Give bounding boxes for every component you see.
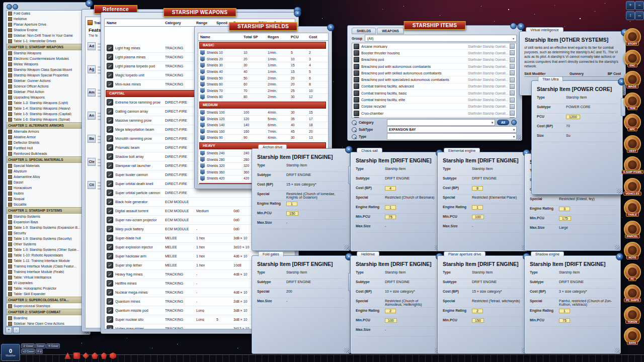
sidebar-button-data[interactable]: DATA — [621, 327, 644, 349]
nav-item[interactable]: Siccatite — [7, 202, 87, 207]
pan-vertical-icon[interactable]: ↕ — [626, 11, 635, 20]
nav-item[interactable]: Boarding — [7, 315, 87, 321]
nav-item[interactable]: Fold Gates — [7, 11, 87, 16]
nav-item[interactable]: Shadow Engine — [7, 27, 87, 33]
nav-section-header[interactable]: CHAPTER 1: SPECIAL MATERIALS — [7, 156, 87, 163]
nav-item[interactable]: Noqual — [7, 196, 87, 202]
window-tab[interactable]: Titan Ultra — [538, 76, 563, 81]
item-link-button[interactable] — [510, 98, 515, 103]
modifier-button[interactable]: F d — [36, 349, 43, 354]
window-tab[interactable]: Shadow engine — [531, 251, 564, 256]
field-value-box[interactable]: 100 — [472, 215, 484, 219]
nav-item[interactable]: Alternate Armors — [7, 129, 87, 134]
nav-item[interactable]: Ablative Armor — [7, 134, 87, 140]
nav-item[interactable]: Starship Weapon Special Properties — [7, 72, 87, 78]
item-link-button[interactable] — [510, 57, 515, 62]
nav-section-header[interactable]: CHAPTER 1: STARSHIP SYSTEMS — [7, 207, 87, 214]
window-tab[interactable]: Elemental engine — [444, 148, 480, 153]
nav-item[interactable]: Table 1-3: Starship Weapons (Light) — [7, 100, 87, 106]
field-value-box[interactable]: 75 — [559, 318, 570, 323]
col-bp-cost[interactable]: BP Cost — [608, 72, 621, 75]
field-value-box[interactable]: 2 — [472, 309, 483, 313]
pin-icon[interactable] — [510, 23, 517, 29]
shield-row[interactable]: Shields 10101/min.52 — [198, 50, 328, 56]
window-title-ribbon[interactable]: STARSHIP ITEMS — [404, 21, 466, 30]
resize-grip[interactable] — [615, 348, 620, 353]
nav-item[interactable]: Table 1-1: Interstellar Drives — [7, 38, 87, 44]
window-tab[interactable]: Archon drive — [258, 144, 287, 149]
resize-grip[interactable] — [615, 245, 620, 250]
nav-item[interactable]: Deflector Shields — [7, 140, 87, 145]
item-link-button[interactable] — [510, 90, 515, 96]
window-options-icon[interactable] — [13, 4, 18, 10]
nav-item[interactable]: Table: Skill Expander — [7, 291, 87, 297]
shield-row[interactable]: Shields 1601607/min.4520 — [198, 129, 328, 135]
sidebar-button-token[interactable]: TOKEN — [621, 306, 644, 328]
modifier-button[interactable]: +2 Cover — [21, 349, 35, 354]
nav-item[interactable]: Training Interface Module (Feats) — [7, 269, 87, 275]
shield-row[interactable]: Shields 30301/min.154 — [198, 62, 328, 69]
nav-item[interactable]: Table 1-10: Robotic Appendages — [7, 252, 87, 258]
filter-menu-icon[interactable] — [511, 120, 517, 125]
sidebar-button-pc-ships[interactable]: PC SHIPS — [621, 285, 644, 306]
nav-item[interactable]: Table 1-9: Starship Systems (Security) — [7, 236, 87, 241]
sidebar-button-npc[interactable]: NPC — [621, 114, 644, 135]
nav-item[interactable]: Abysium — [7, 168, 87, 174]
col-total-sp[interactable]: Total SP — [244, 35, 268, 39]
die-d8[interactable] — [83, 352, 89, 359]
window-tab[interactable]: Virtual intelligence — [526, 27, 564, 32]
nav-item[interactable]: Reinforced Bulkheads — [7, 151, 87, 156]
nav-item[interactable]: Sidebar: New Open Crew Actions — [7, 321, 87, 326]
window-title-ribbon[interactable]: STARSHIP SHIELDS — [229, 22, 297, 31]
item-link-button[interactable] — [510, 70, 515, 75]
nav-item[interactable]: Melee Weapons — [7, 61, 87, 67]
nav-item[interactable]: Table: Virtual Intelligence — [7, 275, 87, 280]
modifier-button[interactable]: Cover — [35, 343, 46, 348]
window-tab[interactable]: Chaos sail — [357, 148, 382, 153]
col-regen[interactable]: Regen — [268, 35, 291, 39]
item-row[interactable]: Corpse recyclerStarfinder Starship Opera… — [352, 104, 516, 110]
nav-item[interactable]: Expansion Bays — [7, 219, 87, 225]
pan-horizontal-icon[interactable]: ↔ — [635, 11, 644, 20]
item-link-button[interactable] — [510, 44, 515, 49]
field-value-box[interactable]: 8 — [472, 186, 483, 191]
nav-section-header[interactable]: CHAPTER 1: ALTERNATE ARMORS — [7, 122, 87, 129]
window-tab[interactable]: Fold gates — [258, 251, 284, 256]
field-value-box[interactable]: 1 — [385, 205, 396, 210]
field-value-box[interactable]: 4 — [385, 186, 396, 191]
field-value-box[interactable]: 1 — [286, 202, 297, 206]
field-value-box[interactable]: 2 — [385, 309, 396, 313]
field-value-box[interactable]: 75 — [385, 215, 396, 219]
shield-row[interactable]: Shields 20201/min.103 — [198, 56, 328, 63]
col-category[interactable]: Category — [165, 21, 196, 25]
nav-item[interactable]: Other Systems — [7, 241, 87, 247]
shield-row[interactable]: Shields 80802/min.3012 — [198, 94, 328, 101]
sidebar-button-vehicles[interactable]: VEHICLES — [621, 178, 644, 200]
sidebar-button-parcel[interactable]: PARCEL — [621, 221, 644, 242]
sidebar-button-table[interactable]: TABLE — [621, 199, 644, 221]
nav-item[interactable]: Starship Systems — [7, 214, 87, 219]
close-icon[interactable]: × — [517, 23, 525, 30]
nav-section-header[interactable]: CHAPTER 1: SUPERCOLOSSAL STA... — [7, 297, 87, 303]
nav-item[interactable]: Electronic Countermeasure Modules — [7, 56, 87, 61]
sidebar-button-pc[interactable]: PC — [621, 263, 644, 285]
nav-section-header[interactable]: CHAPTER 2: STARSHIP COMBAT — [7, 309, 87, 315]
nav-item[interactable]: Planar Aperture Drive — [7, 22, 87, 27]
nav-item[interactable]: Table 1-9: Starship Systems (Expansion B… — [7, 225, 87, 230]
sidebar-button-enc[interactable]: ENC — [621, 50, 644, 71]
resize-grip[interactable] — [344, 348, 349, 353]
tab-weapons[interactable]: WEAPONS — [377, 28, 404, 34]
sidebar-button-s-ship-items[interactable]: S.SHIP ITEMS — [621, 156, 644, 178]
nav-item[interactable]: Table 1-4: Starship Weapons (Heavy) — [7, 106, 87, 111]
nav-item[interactable]: Security — [7, 230, 87, 236]
nav-item[interactable]: Starship Weapons — [7, 50, 87, 56]
modifier-button[interactable]: -5 Cover — [46, 343, 60, 348]
col-skill-modifier[interactable]: Skill Modifier — [524, 72, 545, 75]
nav-item[interactable]: Fortified Hull — [7, 145, 87, 151]
nav-item[interactable]: Table 1-5: Starship Weapons (Capital) — [7, 111, 87, 117]
sidebar-button-note[interactable]: NOTE — [621, 242, 644, 263]
shield-row[interactable]: Shields 90904/min.3013 — [198, 135, 328, 141]
zoom-in-icon[interactable]: + — [626, 1, 635, 10]
nav-item[interactable]: Upgrading Weapons — [7, 95, 87, 100]
item-row[interactable]: Combat training facility, advancedStarfi… — [352, 83, 516, 90]
